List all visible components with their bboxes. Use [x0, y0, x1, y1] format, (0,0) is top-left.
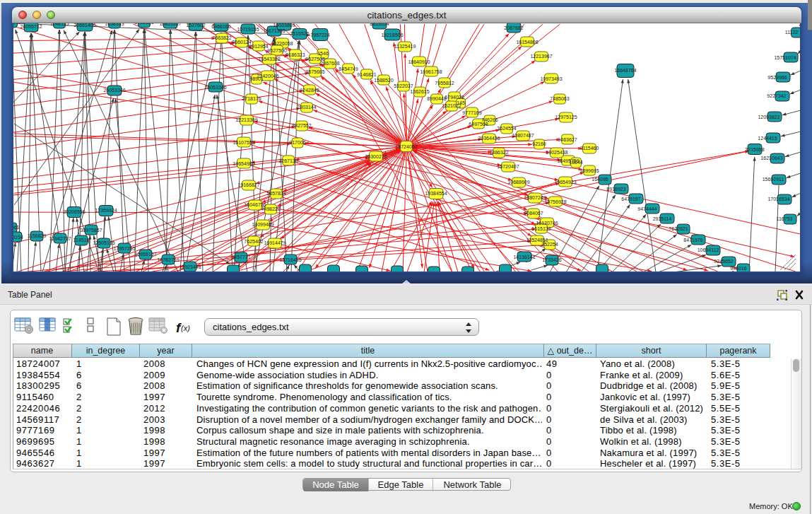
svg-text:62160: 62160 — [532, 141, 546, 146]
svg-text:9245652: 9245652 — [714, 259, 733, 264]
svg-text:7632621: 7632621 — [669, 226, 688, 231]
svg-text:1244415: 1244415 — [758, 136, 777, 141]
svg-text:(x): (x) — [181, 324, 190, 332]
svg-text:16648784: 16648784 — [614, 68, 636, 73]
svg-text:116753: 116753 — [777, 216, 793, 221]
svg-text:12213967: 12213967 — [530, 54, 552, 59]
svg-text:19756928: 19756928 — [544, 199, 566, 204]
svg-text:17016534: 17016534 — [767, 197, 789, 201]
svg-text:10973493: 10973493 — [540, 76, 562, 81]
svg-text:12975125: 12975125 — [555, 115, 577, 119]
svg-text:15720407: 15720407 — [497, 164, 519, 169]
svg-text:18644: 18644 — [569, 160, 583, 165]
svg-text:14136141: 14136141 — [513, 255, 535, 259]
svg-text:8471676: 8471676 — [683, 238, 702, 243]
svg-text:3624554: 3624554 — [497, 126, 516, 131]
svg-text:252254: 252254 — [541, 242, 558, 247]
svg-text:16154808: 16154808 — [516, 40, 538, 45]
svg-text:3215958: 3215958 — [745, 147, 764, 152]
svg-text:2935114: 2935114 — [653, 216, 672, 221]
svg-text:10654112: 10654112 — [698, 247, 719, 252]
svg-text:9474444: 9474444 — [637, 206, 657, 211]
svg-text:19654923: 19654923 — [554, 180, 576, 185]
svg-text:10025438: 10025438 — [546, 150, 567, 155]
svg-text:9115460: 9115460 — [580, 146, 599, 151]
svg-text:9899695: 9899695 — [579, 168, 599, 173]
svg-text:1615132: 1615132 — [531, 226, 551, 231]
svg-text:9529966: 9529966 — [767, 75, 787, 80]
svg-text:2087682: 2087682 — [504, 25, 523, 30]
svg-text:9463627: 9463627 — [558, 137, 577, 142]
svg-text:10688609: 10688609 — [507, 180, 529, 185]
svg-text:16120746: 16120746 — [536, 221, 558, 226]
svg-text:8938923: 8938923 — [606, 187, 625, 192]
svg-text:12093822: 12093822 — [758, 115, 779, 119]
svg-text:10807487: 10807487 — [512, 133, 534, 138]
svg-text:945016: 945016 — [730, 266, 746, 271]
svg-text:6479197: 6479197 — [621, 197, 640, 201]
svg-text:18807249: 18807249 — [524, 195, 546, 200]
svg-text:164095: 164095 — [592, 177, 608, 182]
svg-text:7485063: 7485063 — [550, 96, 569, 101]
svg-text:9084067: 9084067 — [524, 211, 543, 216]
svg-text:15692911: 15692911 — [763, 177, 784, 182]
svg-text:1733426: 1733426 — [542, 257, 561, 262]
svg-text:9227342: 9227342 — [767, 93, 786, 98]
svg-text:15751074: 15751074 — [774, 55, 796, 60]
svg-text:16210643: 16210643 — [760, 156, 782, 160]
svg-text:11122: 11122 — [785, 30, 799, 35]
